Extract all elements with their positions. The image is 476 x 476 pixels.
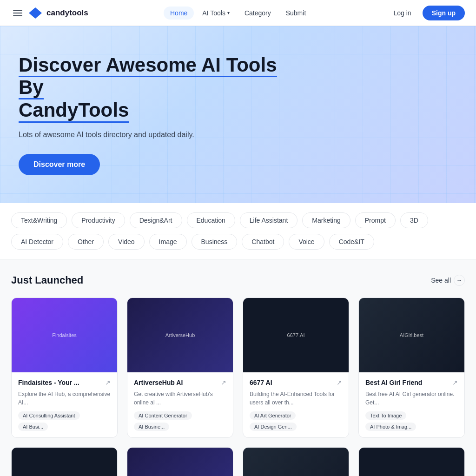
tool-card[interactable]: ArtiverseHubArtiverseHub AI↗Get creative… xyxy=(127,298,233,438)
category-tag[interactable]: Image xyxy=(149,234,187,250)
card-title: ArtiverseHub AI xyxy=(134,379,183,386)
see-all-link[interactable]: See all → xyxy=(431,275,465,286)
external-link-icon[interactable]: ↗ xyxy=(337,379,342,386)
categories-row-1: Text&WritingProductivityDesign&ArtEducat… xyxy=(11,212,465,228)
hero-subtitle: Lots of awesome AI tools directory and u… xyxy=(19,131,298,139)
card-thumbnail: AIGirl.best xyxy=(359,298,464,372)
external-link-icon[interactable]: ↗ xyxy=(221,379,226,386)
external-link-icon[interactable]: ↗ xyxy=(452,379,458,386)
nav-ai-tools[interactable]: AI Tools ▾ xyxy=(196,7,236,20)
hero-section: Discover Awesome AI Tools By CandyTools … xyxy=(0,26,476,203)
card-tag: AI Consulting Assistant xyxy=(18,411,80,420)
card-tag: AI Busi... xyxy=(18,423,48,431)
cards-grid-2: Viggle AI VideoViggle AI Video↗AI tattoo… xyxy=(11,447,465,476)
hamburger-menu[interactable] xyxy=(11,8,24,18)
cards-grid-1: FindaisitesFindaisites - Your ...↗Explor… xyxy=(11,298,465,438)
card-tag: AI Art Generator xyxy=(250,411,296,420)
signup-button[interactable]: Sign up xyxy=(423,6,465,20)
categories-row-2: AI DetectorOtherVideoImageBusinessChatbo… xyxy=(11,234,465,250)
nav-auth: Log in Sign up xyxy=(388,6,465,20)
chevron-down-icon: ▾ xyxy=(227,10,230,15)
tool-card[interactable]: AI工具AI Tool↗ xyxy=(243,447,349,476)
category-tag[interactable]: Prompt xyxy=(355,212,396,228)
category-tag[interactable]: Text&Writing xyxy=(11,212,67,228)
card-title: 6677 AI xyxy=(250,379,272,386)
just-launched-section: Just Launched See all → FindaisitesFinda… xyxy=(0,259,476,476)
section-title: Just Launched xyxy=(11,274,83,286)
tool-card[interactable]: Viggle AI VideoViggle AI Video↗ xyxy=(11,447,118,476)
brand-name: candytools xyxy=(46,8,88,18)
categories-section: Text&WritingProductivityDesign&ArtEducat… xyxy=(0,203,476,259)
card-thumbnail: AI tattoo generator and design xyxy=(127,448,233,476)
card-tag: AI Photo & Imag... xyxy=(365,423,416,431)
card-tag: AI Content Generator xyxy=(134,411,192,420)
tool-card[interactable]: FindaisitesFindaisites - Your ...↗Explor… xyxy=(11,298,118,438)
card-thumbnail: ArtiverseHub xyxy=(127,298,233,372)
category-tag[interactable]: Video xyxy=(108,234,145,250)
logo-icon xyxy=(28,7,43,20)
card-title: Findaisites - Your ... xyxy=(18,379,79,386)
card-thumbnail: The guide of the GPT-4o | GPT4o xyxy=(359,448,464,476)
nav-category[interactable]: Category xyxy=(238,7,278,20)
card-title: Best AI Girl Friend xyxy=(365,379,422,386)
navbar: candytools Home AI Tools ▾ Category Subm… xyxy=(0,0,476,26)
hero-title: Discover Awesome AI Tools By CandyTools xyxy=(19,54,298,123)
card-description: Explore the AI Hub, a comprehensive AI..… xyxy=(18,390,111,407)
card-thumbnail: 6677.AI xyxy=(243,298,349,372)
card-tag: Text To Image xyxy=(365,411,406,420)
discover-more-button[interactable]: Discover more xyxy=(19,154,100,175)
category-tag[interactable]: Productivity xyxy=(72,212,125,228)
category-tag[interactable]: Business xyxy=(192,234,238,250)
card-tag: AI Busine... xyxy=(134,423,169,431)
nav-submit[interactable]: Submit xyxy=(279,7,313,20)
category-tag[interactable]: Design&Art xyxy=(130,212,182,228)
category-tag[interactable]: Education xyxy=(187,212,235,228)
arrow-right-icon: → xyxy=(454,275,465,286)
card-description: Building the AI-Enhanced Tools for users… xyxy=(250,390,342,407)
section-header: Just Launched See all → xyxy=(11,274,465,286)
login-button[interactable]: Log in xyxy=(388,7,417,20)
card-description: Get creative with ArtiverseHub's online … xyxy=(134,390,226,407)
category-tag[interactable]: 3D xyxy=(400,212,428,228)
card-description: Best free AI AI Girl generator online. G… xyxy=(365,390,458,407)
category-tag[interactable]: AI Detector xyxy=(11,234,63,250)
category-tag[interactable]: Chatbot xyxy=(242,234,284,250)
category-tag[interactable]: Code&IT xyxy=(329,234,374,250)
svg-marker-0 xyxy=(29,7,42,19)
card-thumbnail: AI工具 xyxy=(243,448,349,476)
nav-home[interactable]: Home xyxy=(164,7,194,20)
external-link-icon[interactable]: ↗ xyxy=(105,379,111,386)
nav-links: Home AI Tools ▾ Category Submit xyxy=(164,7,312,20)
tool-card[interactable]: AIGirl.bestBest AI Girl Friend↗Best free… xyxy=(358,298,465,438)
card-tag: AI Design Gen... xyxy=(250,423,297,431)
category-tag[interactable]: Marketing xyxy=(302,212,350,228)
card-thumbnail: Viggle AI Video xyxy=(12,448,117,476)
category-tag[interactable]: Other xyxy=(68,234,104,250)
tool-card[interactable]: The guide of the GPT-4o | GPT4oGPT-4o Gu… xyxy=(358,447,465,476)
tool-card[interactable]: AI tattoo generator and designAI tattoo … xyxy=(127,447,233,476)
category-tag[interactable]: Life Assistant xyxy=(240,212,298,228)
category-tag[interactable]: Voice xyxy=(289,234,324,250)
card-thumbnail: Findaisites xyxy=(12,298,117,372)
tool-card[interactable]: 6677.AI6677 AI↗Building the AI-Enhanced … xyxy=(243,298,349,438)
